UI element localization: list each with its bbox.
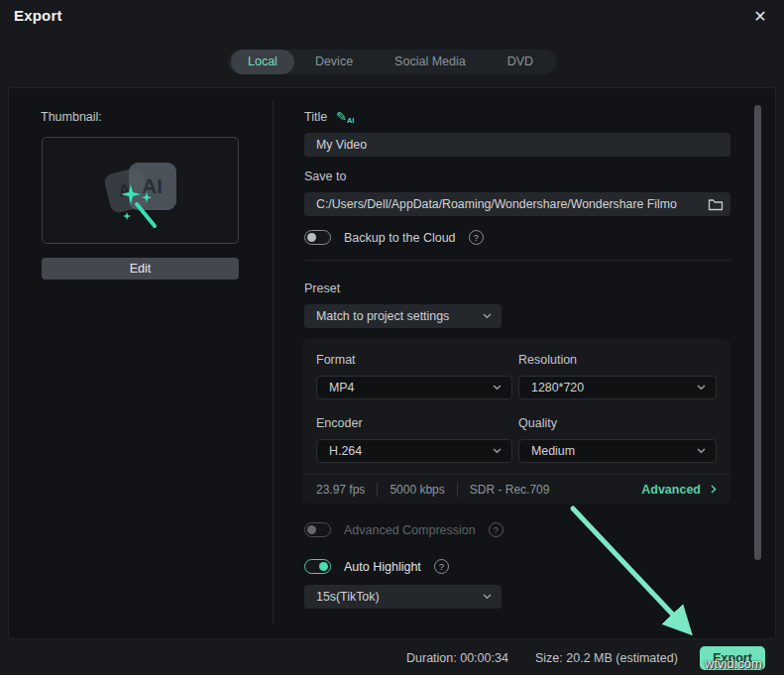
title-label: Title <box>304 110 327 124</box>
tab-social-media[interactable]: Social Media <box>374 50 487 74</box>
preset-value: Match to project settings <box>316 309 483 323</box>
advanced-compression-toggle[interactable] <box>304 522 331 537</box>
resolution-value: 1280*720 <box>531 381 697 394</box>
format-select[interactable]: MP4 <box>316 376 512 399</box>
preset-select[interactable]: Match to project settings <box>304 304 502 328</box>
advanced-label: Advanced <box>641 483 701 497</box>
fps-info: 23.97 fps <box>316 483 377 497</box>
preset-label: Preset <box>304 281 340 295</box>
ai-card-front-text: AI <box>142 174 163 198</box>
tab-dvd[interactable]: DVD <box>487 50 554 74</box>
size-info: Size: 20.2 MB (estimated) <box>535 651 678 665</box>
colorspace-info: SDR - Rec.709 <box>457 483 562 497</box>
advanced-settings-link[interactable]: Advanced <box>641 483 717 497</box>
save-path-input[interactable] <box>304 192 730 216</box>
advanced-compression-help-icon[interactable]: ? <box>489 522 504 537</box>
edit-thumbnail-button[interactable]: Edit <box>42 258 239 280</box>
resolution-select[interactable]: 1280*720 <box>518 376 717 399</box>
folder-icon[interactable] <box>708 197 724 211</box>
size-value: 20.2 MB (estimated) <box>566 651 678 665</box>
encoder-select[interactable]: H.264 <box>316 439 512 463</box>
format-value: MP4 <box>329 381 493 394</box>
quality-select[interactable]: Medium <box>518 439 717 463</box>
advanced-compression-label: Advanced Compression <box>344 523 476 537</box>
encoder-value: H.264 <box>329 444 493 458</box>
format-label: Format <box>316 353 356 367</box>
ai-title-icon[interactable]: ✎AI <box>336 109 354 125</box>
dialog-title: Export <box>14 7 62 24</box>
auto-highlight-help-icon[interactable]: ? <box>434 559 449 574</box>
chevron-down-icon <box>493 385 502 391</box>
tab-device[interactable]: Device <box>294 50 374 74</box>
chevron-down-icon <box>697 385 706 391</box>
chevron-down-icon <box>697 448 706 454</box>
backup-help-icon[interactable]: ? <box>469 230 484 245</box>
title-input[interactable] <box>304 133 730 157</box>
tab-local[interactable]: Local <box>231 50 294 74</box>
backup-row: Backup to the Cloud ? <box>304 230 484 245</box>
duration-label: Duration: <box>406 651 457 665</box>
ai-sub-text: AI <box>347 116 355 125</box>
highlight-duration-value: 15s(TikTok) <box>316 590 483 604</box>
bitrate-info: 5000 kbps <box>377 483 456 497</box>
section-divider <box>304 260 730 261</box>
thumbnail-label: Thumbnail: <box>41 110 102 124</box>
backup-label: Backup to the Cloud <box>344 231 456 245</box>
quality-value: Medium <box>531 444 697 458</box>
backup-toggle[interactable] <box>304 230 331 245</box>
chevron-down-icon <box>483 594 492 600</box>
column-divider <box>273 100 274 623</box>
vertical-scrollbar[interactable] <box>754 105 761 560</box>
duration-value: 00:00:34 <box>460 651 508 665</box>
encoder-label: Encoder <box>316 416 363 430</box>
export-target-tabs: Local Device Social Media DVD <box>228 50 557 74</box>
chevron-down-icon <box>493 448 502 454</box>
size-label: Size: <box>535 651 563 665</box>
advanced-compression-row: Advanced Compression ? <box>304 522 504 537</box>
auto-highlight-toggle[interactable] <box>304 559 331 574</box>
export-dialog: Export ✕ Local Device Social Media DVD T… <box>0 0 784 675</box>
watermark: wtvid.com <box>705 656 762 671</box>
duration-info: Duration: 00:00:34 <box>406 651 508 665</box>
chevron-right-icon <box>711 485 717 494</box>
stream-info-row: 23.97 fps 5000 kbps SDR - Rec.709 Advanc… <box>302 474 730 504</box>
auto-highlight-row: Auto Highlight ? <box>304 559 449 574</box>
save-to-label: Save to <box>304 169 346 183</box>
chevron-down-icon <box>483 313 492 319</box>
auto-highlight-label: Auto Highlight <box>344 560 421 574</box>
ai-thumbnail-icon: AI AI <box>93 155 188 226</box>
thumbnail-preview: AI AI <box>42 137 239 244</box>
quality-label: Quality <box>518 416 557 430</box>
resolution-label: Resolution <box>518 353 577 367</box>
pen-icon: ✎ <box>336 109 347 124</box>
highlight-duration-select[interactable]: 15s(TikTok) <box>304 585 502 609</box>
close-icon[interactable]: ✕ <box>749 6 771 28</box>
